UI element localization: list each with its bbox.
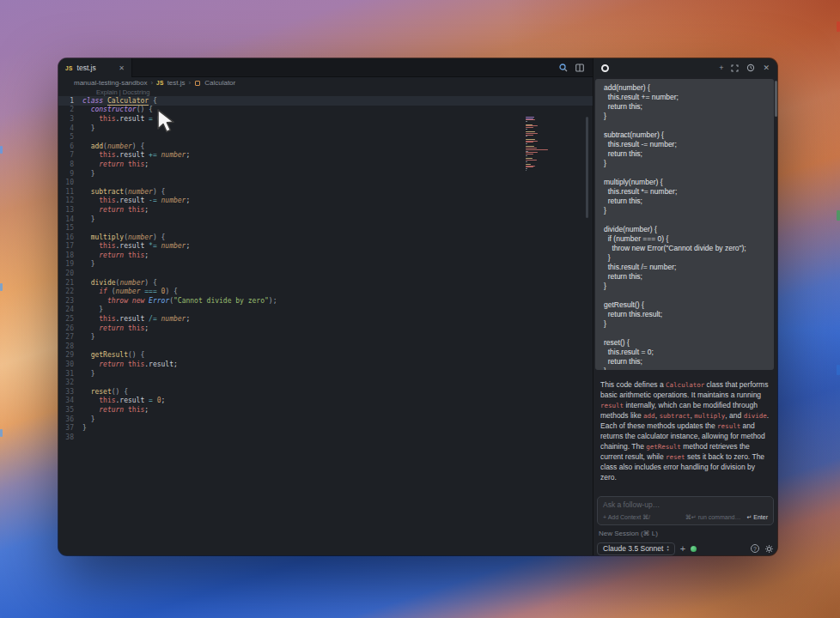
code-line[interactable]: 3 this.result = 0;	[58, 114, 593, 124]
line-content: }	[82, 333, 94, 341]
assistant-code-line	[604, 291, 774, 300]
code-line[interactable]: 11 subtract(number) {	[58, 187, 593, 197]
assistant-code-line: this.result -= number;	[604, 140, 774, 149]
line-content: return this;	[82, 324, 149, 332]
model-selector[interactable]: Claude 3.5 Sonnet ▴▾	[597, 542, 675, 555]
code-line[interactable]: 16 multiply(number) {	[58, 233, 593, 242]
docstring-action[interactable]: Docstring	[123, 88, 150, 96]
line-number: 32	[58, 379, 82, 386]
split-editor-icon[interactable]	[575, 64, 584, 72]
panel-scrollbar[interactable]	[775, 81, 777, 117]
code-line[interactable]: 8 return this;	[58, 160, 593, 169]
code-line[interactable]: 31 }	[58, 369, 593, 379]
code-line[interactable]: 12 this.result -= number;	[58, 197, 593, 206]
line-number: 14	[58, 215, 82, 223]
code-line[interactable]: 14 }	[58, 215, 593, 224]
status-icon	[691, 546, 697, 552]
explain-action[interactable]: Explain	[96, 88, 118, 96]
inline-code: Calculator	[666, 381, 704, 389]
minimap[interactable]	[526, 117, 550, 173]
code-line[interactable]: 28	[58, 342, 593, 351]
new-thread-icon[interactable]: +	[719, 64, 723, 72]
new-session-button[interactable]: New Session (⌘ L)	[599, 530, 658, 537]
code-line[interactable]: 7 this.result += number;	[58, 151, 593, 161]
code-line[interactable]: 29 getResult() {	[58, 351, 593, 360]
code-line[interactable]: 17 this.result *= number;	[58, 242, 593, 251]
code-line[interactable]: 19 }	[58, 260, 593, 270]
code-line[interactable]: 32	[58, 378, 593, 387]
code-line[interactable]: 22 if (number === 0) {	[58, 287, 593, 296]
code-line[interactable]: 10	[58, 178, 593, 187]
breadcrumb-symbol[interactable]: Calculator	[204, 79, 235, 87]
assistant-code-line: multiply(number) {	[604, 178, 774, 187]
followup-input[interactable]: Ask a follow-up… + Add Context ⌘/ ⌘↵ run…	[597, 496, 774, 525]
breadcrumb-file[interactable]: test.js	[167, 79, 186, 87]
code-line[interactable]: 25 this.result /= number;	[58, 314, 593, 324]
code-line[interactable]: 20	[58, 269, 593, 278]
assistant-code-line: return this;	[604, 357, 774, 367]
line-number: 38	[58, 433, 82, 441]
code-line[interactable]: 36 }	[58, 415, 593, 424]
code-line[interactable]: 33 reset() {	[58, 387, 593, 397]
assistant-code-line: return this.result;	[604, 310, 774, 319]
code-line[interactable]: 24 }	[58, 306, 593, 315]
code-line[interactable]: 18 return this;	[58, 251, 593, 260]
line-content: class Calculator {	[82, 97, 157, 105]
explanation-text: , and	[725, 411, 743, 420]
model-name: Claude 3.5 Sonnet	[603, 544, 663, 553]
code-line[interactable]: 13 return this;	[58, 205, 593, 215]
close-panel-icon[interactable]: ✕	[763, 64, 770, 72]
add-model-button[interactable]: +	[680, 544, 685, 554]
add-context-button[interactable]: + Add Context ⌘/	[603, 514, 650, 521]
code-line[interactable]: 38	[58, 433, 593, 442]
breadcrumb[interactable]: manual-testing-sandbox › JS test.js › Ca…	[58, 77, 593, 88]
history-icon[interactable]	[746, 64, 755, 72]
code-line[interactable]: 26 return this;	[58, 324, 593, 333]
settings-gear-icon[interactable]	[764, 544, 774, 554]
breadcrumb-separator: ›	[150, 79, 153, 87]
code-line[interactable]: 37}	[58, 423, 593, 433]
editor-scrollbar[interactable]	[586, 117, 588, 218]
assistant-code-line: }	[604, 112, 774, 121]
line-number: 29	[58, 351, 82, 359]
code-line[interactable]: 23 throw new Error("Cannot divide by zer…	[58, 296, 593, 306]
code-line[interactable]: 27 }	[58, 332, 593, 342]
inline-code: getResult	[646, 443, 681, 451]
line-content: return this.result;	[82, 360, 178, 368]
breadcrumb-project[interactable]: manual-testing-sandbox	[74, 79, 147, 87]
line-content: }	[82, 370, 94, 378]
tab-testjs[interactable]: JS test.js ✕	[58, 58, 132, 77]
code-line[interactable]: 34 this.result = 0;	[58, 397, 593, 406]
line-number: 31	[58, 370, 82, 378]
code-line[interactable]: 2 constructor() {	[58, 106, 593, 115]
assistant-code-line: divide(number) {	[604, 225, 774, 234]
assistant-code-line	[604, 121, 774, 130]
code-line[interactable]: 15	[58, 223, 593, 233]
expand-panel-icon[interactable]	[731, 64, 739, 72]
code-line[interactable]: 35 return this;	[58, 405, 593, 415]
code-line[interactable]: 1class Calculator {	[58, 96, 593, 106]
assistant-code-line: this.result = 0;	[604, 348, 774, 357]
line-number: 19	[58, 260, 82, 268]
edge-artifact	[837, 365, 840, 375]
search-icon[interactable]	[559, 64, 568, 72]
line-content: divide(number) {	[82, 279, 157, 287]
line-number: 13	[58, 206, 82, 214]
code-line[interactable]: 6 add(number) {	[58, 142, 593, 151]
assistant-code-line: }	[604, 282, 774, 291]
desktop-wallpaper: JS test.js ✕ +	[0, 0, 840, 618]
code-line[interactable]: 5	[58, 132, 593, 142]
assistant-code-line: }	[604, 206, 774, 215]
line-content: this.result = 0;	[82, 397, 165, 404]
close-icon[interactable]: ✕	[119, 64, 125, 72]
help-icon[interactable]: ?	[751, 544, 759, 553]
code-line[interactable]: 21 divide(number) {	[58, 278, 593, 288]
code-line[interactable]: 30 return this.result;	[58, 360, 593, 369]
editor-window: JS test.js ✕ +	[58, 58, 777, 555]
assistant-code-line: }	[604, 253, 774, 263]
code-editor[interactable]: manual-testing-sandbox › JS test.js › Ca…	[58, 77, 593, 555]
code-line[interactable]: 9 }	[58, 169, 593, 179]
assistant-panel: add(number) { this.result += number; ret…	[593, 77, 777, 555]
line-content: throw new Error("Cannot divide by zero")…	[82, 297, 277, 305]
code-line[interactable]: 4 }	[58, 124, 593, 133]
